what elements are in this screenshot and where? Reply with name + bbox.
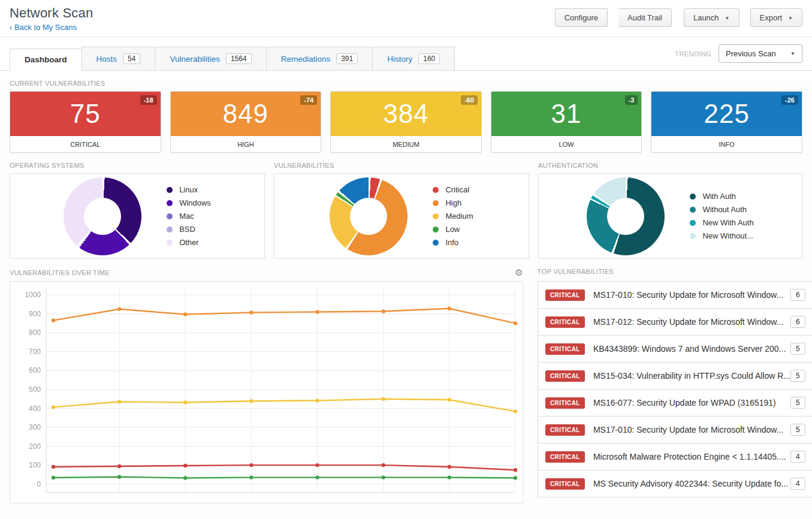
vulnerability-row[interactable]: CRITICALMS Security Advisory 4022344: Se… — [538, 470, 812, 497]
operating-systems-panel: LinuxWindowsMacBSDOther — [10, 173, 265, 259]
tab-dashboard[interactable]: Dashboard — [10, 49, 82, 71]
data-point-low — [249, 475, 253, 479]
legend-dot — [690, 207, 696, 213]
authentication-panel: With AuthWithout AuthNew With AuthNew Wi… — [538, 173, 802, 259]
series-line-low — [53, 477, 515, 478]
data-point-medium — [117, 400, 121, 403]
stat-card-critical[interactable]: 75-18CRITICAL — [10, 91, 161, 153]
vulnerabilities-legend: CriticalHighMediumLowInfo — [433, 185, 473, 247]
y-axis-tick-label: 100 — [29, 461, 41, 469]
data-point-high — [249, 310, 253, 314]
tab-label: Dashboard — [25, 55, 67, 64]
back-to-my-scans-link[interactable]: ‹ Back to My Scans — [10, 23, 77, 32]
authentication-label: AUTHENTICATION — [538, 162, 802, 169]
data-point-low — [514, 476, 517, 479]
legend-label: Mac — [179, 212, 194, 221]
y-axis-tick-label: 600 — [29, 366, 41, 375]
tab-history[interactable]: History160 — [372, 47, 455, 70]
vulnerability-count-badge: 5 — [790, 343, 805, 355]
legend-item: Windows — [167, 198, 211, 207]
legend-label: High — [445, 198, 461, 207]
chevron-down-icon: ▼ — [790, 51, 795, 56]
tab-count-badge: 160 — [418, 53, 440, 64]
legend-dot — [167, 187, 173, 193]
line-chart-svg: 01002003004005006007008009001000 — [10, 282, 523, 503]
data-point-high — [52, 318, 55, 322]
vulnerabilities-over-time-label: VULNERABILITIES OVER TIME — [10, 269, 110, 276]
tab-hosts[interactable]: Hosts54 — [81, 47, 156, 70]
stat-card-delta-badge: -18 — [140, 95, 157, 105]
stat-card-medium[interactable]: 384-60MEDIUM — [330, 91, 482, 153]
data-point-low — [382, 475, 385, 479]
legend-item: Low — [433, 225, 473, 234]
trending-select[interactable]: Previous Scan ▼ — [719, 44, 802, 63]
launch-button[interactable]: Launch▼ — [684, 8, 739, 27]
stat-card-label: INFO — [651, 136, 802, 152]
vulnerability-row[interactable]: CRITICALMicrosoft Malware Protection Eng… — [538, 443, 812, 470]
vulnerability-count-badge: 6 — [790, 289, 805, 301]
tab-remediations[interactable]: Remediations391 — [266, 47, 373, 70]
vulnerabilities-over-time-chart: 01002003004005006007008009001000 — [10, 281, 523, 503]
vulnerability-title: MS15-034: Vulnerability in HTTP.sys Coul… — [593, 371, 790, 381]
stat-card-low[interactable]: 31-3LOW — [491, 91, 642, 153]
vulnerability-row[interactable]: CRITICALMS17-012: Security Update for Mi… — [538, 308, 812, 336]
legend-dot — [433, 200, 439, 206]
legend-label: BSD — [179, 225, 195, 234]
vulnerability-title: MS16-077: Security Update for WPAD (3165… — [593, 398, 776, 408]
stat-card-high[interactable]: 849-74HIGH — [170, 91, 322, 153]
tab-label: Remediations — [281, 55, 331, 64]
vulnerability-count-badge: 6 — [790, 316, 805, 328]
header-actions: Configure Audit Trail Launch▼ Export▼ — [555, 8, 802, 27]
vulnerability-row[interactable]: CRITICALKB4343899: Windows 7 and Windows… — [538, 335, 812, 363]
y-axis-tick-label: 0 — [37, 480, 41, 488]
data-point-medium — [249, 399, 253, 403]
legend-item: Linux — [167, 185, 211, 194]
data-point-critical — [315, 463, 319, 467]
stat-card-info[interactable]: 225-26INFO — [651, 91, 802, 153]
legend-item: New With Auth — [690, 218, 753, 227]
vulnerability-row[interactable]: CRITICALMS17-010: Security Update for Mi… — [538, 281, 812, 309]
vulnerability-title: MS17-012: Security Update for Microsoft … — [593, 317, 783, 327]
audit-trail-button[interactable]: Audit Trail — [618, 8, 672, 27]
vulnerability-count-badge: 5 — [790, 397, 805, 409]
bottom-labels-row: VULNERABILITIES OVER TIME ⚙ TOP VULNERAB… — [10, 259, 802, 281]
current-vulnerabilities-label: CURRENT VULNERABILITIES — [10, 80, 802, 87]
legend-item: Mac — [167, 212, 211, 221]
vulnerability-count-badge: 4 — [790, 451, 805, 463]
vulnerability-row[interactable]: CRITICALMS17-010: Security Update for Mi… — [538, 416, 812, 443]
severity-badge: CRITICAL — [545, 316, 585, 328]
legend-dot — [167, 240, 173, 246]
stat-card-label: LOW — [491, 136, 642, 152]
data-point-critical — [382, 463, 385, 467]
gear-icon[interactable]: ⚙ — [515, 268, 523, 277]
legend-label: With Auth — [702, 192, 736, 201]
legend-label: Linux — [179, 185, 198, 194]
authentication-legend: With AuthWithout AuthNew With AuthNew Wi… — [690, 192, 753, 240]
data-point-critical — [514, 468, 517, 472]
operating-systems-legend: LinuxWindowsMacBSDOther — [167, 185, 211, 247]
vulnerability-row[interactable]: CRITICALMS16-077: Security Update for WP… — [538, 389, 812, 417]
data-point-medium — [382, 397, 385, 401]
legend-dot — [167, 227, 173, 233]
vulnerability-row[interactable]: CRITICALMS15-034: Vulnerability in HTTP.… — [538, 362, 812, 390]
severity-badge: CRITICAL — [545, 478, 585, 490]
data-point-high — [315, 310, 319, 313]
donut-hole — [84, 198, 121, 235]
legend-dot — [690, 233, 696, 239]
y-axis-tick-label: 1000 — [25, 291, 41, 299]
severity-badge: CRITICAL — [545, 370, 585, 382]
series-line-medium — [53, 399, 515, 412]
legend-item: Critical — [433, 185, 473, 194]
data-point-low — [117, 475, 121, 478]
page-header: Network Scan ‹ Back to My Scans Configur… — [0, 0, 812, 37]
tabs: DashboardHosts54Vulnerabilities1564Remed… — [10, 47, 455, 70]
data-point-critical — [183, 464, 187, 467]
stat-card-value: 849 — [223, 99, 268, 129]
configure-button[interactable]: Configure — [555, 8, 608, 27]
data-point-high — [448, 307, 451, 310]
export-button[interactable]: Export▼ — [750, 8, 803, 27]
tab-label: Hosts — [96, 55, 117, 64]
top-vulnerabilities-label: TOP VULNERABILITIES — [538, 268, 802, 277]
tab-vulnerabilities[interactable]: Vulnerabilities1564 — [155, 47, 266, 70]
legend-label: New With Auth — [702, 218, 753, 227]
